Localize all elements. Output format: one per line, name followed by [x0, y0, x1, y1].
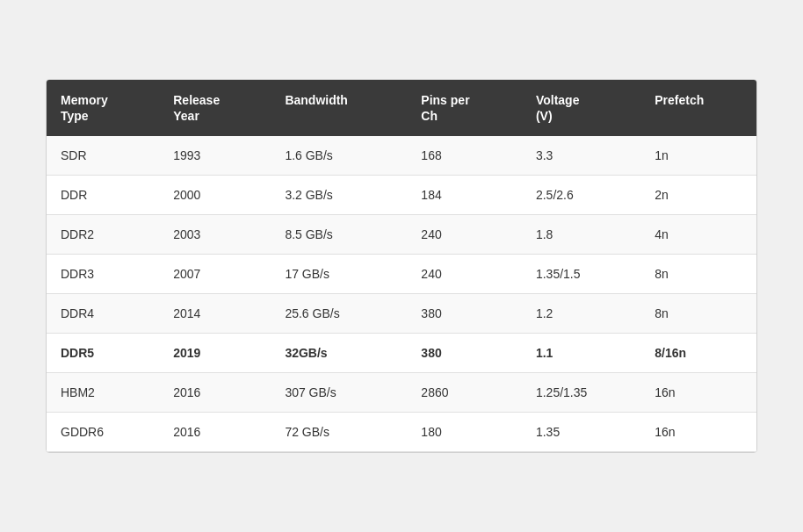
table-header-row: MemoryType ReleaseYear Bandwidth Pins pe… [47, 80, 756, 136]
cell-voltage: 1.25/1.35 [522, 373, 640, 413]
cell-bandwidth: 32GB/s [271, 334, 407, 373]
cell-bandwidth: 8.5 GB/s [271, 215, 407, 255]
table-row: DDR3200717 GB/s2401.35/1.58n [47, 255, 756, 294]
cell-prefetch: 8n [640, 255, 756, 294]
cell-voltage: 1.35/1.5 [522, 255, 640, 294]
cell-memory-type: DDR4 [47, 294, 159, 334]
cell-voltage: 1.1 [522, 334, 640, 373]
cell-memory-type: GDDR6 [47, 413, 159, 452]
cell-voltage: 1.35 [522, 413, 640, 452]
cell-release-year: 2000 [159, 176, 271, 215]
cell-release-year: 1993 [159, 136, 271, 176]
cell-pins-per_ch: 2860 [407, 373, 522, 413]
table-row: DDR20003.2 GB/s1842.5/2.62n [47, 176, 756, 215]
cell-prefetch: 2n [640, 176, 756, 215]
cell-memory-type: HBM2 [47, 373, 159, 413]
cell-memory-type: SDR [47, 136, 159, 176]
col-header-pins-per-ch: Pins perCh [407, 80, 522, 136]
cell-bandwidth: 1.6 GB/s [271, 136, 407, 176]
cell-release-year: 2007 [159, 255, 271, 294]
table-row: HBM22016307 GB/s28601.25/1.3516n [47, 373, 756, 413]
cell-voltage: 2.5/2.6 [522, 176, 640, 215]
cell-release-year: 2014 [159, 294, 271, 334]
col-header-memory-type: MemoryType [47, 80, 159, 136]
cell-prefetch: 8n [640, 294, 756, 334]
cell-voltage: 1.2 [522, 294, 640, 334]
cell-pins-per_ch: 180 [407, 413, 522, 452]
cell-pins-per_ch: 240 [407, 215, 522, 255]
cell-bandwidth: 3.2 GB/s [271, 176, 407, 215]
cell-bandwidth: 25.6 GB/s [271, 294, 407, 334]
table-row: DDR4201425.6 GB/s3801.28n [47, 294, 756, 334]
table-row: DDR220038.5 GB/s2401.84n [47, 215, 756, 255]
cell-release-year: 2019 [159, 334, 271, 373]
cell-pins-per_ch: 168 [407, 136, 522, 176]
table-row: SDR19931.6 GB/s1683.31n [47, 136, 756, 176]
cell-memory-type: DDR [47, 176, 159, 215]
col-header-release-year: ReleaseYear [159, 80, 271, 136]
cell-release-year: 2016 [159, 373, 271, 413]
cell-voltage: 3.3 [522, 136, 640, 176]
cell-release-year: 2003 [159, 215, 271, 255]
cell-memory-type: DDR3 [47, 255, 159, 294]
cell-bandwidth: 72 GB/s [271, 413, 407, 452]
cell-bandwidth: 307 GB/s [271, 373, 407, 413]
cell-prefetch: 16n [640, 373, 756, 413]
cell-memory-type: DDR2 [47, 215, 159, 255]
cell-pins-per_ch: 240 [407, 255, 522, 294]
table-row: GDDR6201672 GB/s1801.3516n [47, 413, 756, 452]
cell-voltage: 1.8 [522, 215, 640, 255]
cell-prefetch: 8/16n [640, 334, 756, 373]
col-header-prefetch: Prefetch [640, 80, 756, 136]
cell-pins-per_ch: 380 [407, 334, 522, 373]
cell-pins-per_ch: 184 [407, 176, 522, 215]
cell-prefetch: 4n [640, 215, 756, 255]
cell-bandwidth: 17 GB/s [271, 255, 407, 294]
cell-release-year: 2016 [159, 413, 271, 452]
cell-memory-type: DDR5 [47, 334, 159, 373]
memory-comparison-table: MemoryType ReleaseYear Bandwidth Pins pe… [46, 79, 757, 453]
table-row: DDR5201932GB/s3801.18/16n [47, 334, 756, 373]
col-header-voltage: Voltage(V) [522, 80, 640, 136]
table-body: SDR19931.6 GB/s1683.31nDDR20003.2 GB/s18… [47, 136, 756, 452]
cell-prefetch: 1n [640, 136, 756, 176]
cell-pins-per_ch: 380 [407, 294, 522, 334]
col-header-bandwidth: Bandwidth [271, 80, 407, 136]
cell-prefetch: 16n [640, 413, 756, 452]
